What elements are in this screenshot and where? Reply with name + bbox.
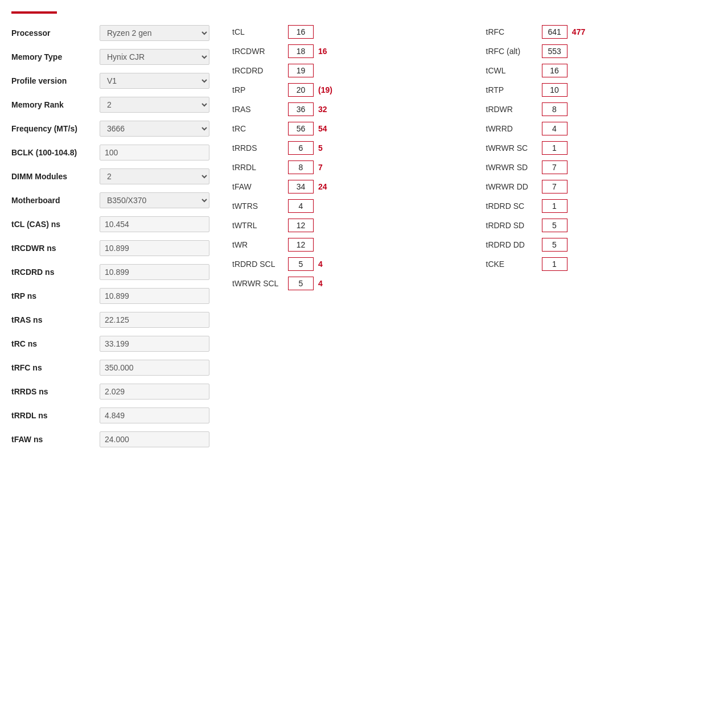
field-row-12: tRAS ns [11,312,209,328]
field-row-11: tRP ns [11,288,209,304]
top-bar [11,11,57,14]
timing-box-right-4[interactable]: 8 [542,102,567,116]
field-input-9[interactable] [100,240,209,256]
timing-box-left-7[interactable]: 8 [288,160,314,174]
timing-row-left-13: tWRWR SCL54 [232,277,463,290]
timing-row-right-7: tWRWR SD7 [486,160,717,174]
timing-row-left-11: tWR12 [232,238,463,252]
timing-alt-left-8: 24 [318,182,327,191]
timing-box-left-10[interactable]: 12 [288,219,314,232]
timing-alt-left-7: 7 [318,163,323,172]
timing-label-left-12: tRDRD SCL [232,260,283,269]
field-row-1: Memory TypeHynix CJR [11,49,209,65]
field-select-1[interactable]: Hynix CJR [100,49,209,65]
field-input-12[interactable] [100,312,209,328]
timing-box-right-1[interactable]: 553 [542,44,567,58]
timing-row-right-6: tWRWR SC1 [486,141,717,155]
field-select-0[interactable]: Ryzen 2 gen [100,25,209,41]
field-input-8[interactable] [100,216,209,232]
timing-label-right-1: tRFC (alt) [486,47,537,56]
field-row-8: tCL (CAS) ns [11,216,209,232]
timing-box-right-5[interactable]: 4 [542,122,567,135]
field-label-16: tRRDL ns [11,411,100,420]
left-panel: ProcessorRyzen 2 genMemory TypeHynix CJR… [11,25,209,455]
timing-box-left-8[interactable]: 34 [288,180,314,194]
timing-box-left-4[interactable]: 36 [288,102,314,116]
timing-box-left-9[interactable]: 4 [288,199,314,213]
timing-box-left-12[interactable]: 5 [288,257,314,271]
timing-label-right-5: tWRRD [486,124,537,133]
timing-box-right-8[interactable]: 7 [542,180,567,194]
field-label-4: Frequency (MT/s) [11,124,100,133]
timing-alt-left-4: 32 [318,105,327,114]
timing-alt-left-6: 5 [318,143,323,153]
timing-label-right-9: tRDRD SC [486,201,537,211]
field-label-9: tRCDWR ns [11,244,100,253]
field-row-13: tRC ns [11,336,209,352]
field-label-6: DIMM Modules [11,172,100,181]
timing-box-right-10[interactable]: 5 [542,219,567,232]
main-layout: ProcessorRyzen 2 genMemory TypeHynix CJR… [11,25,717,455]
field-input-14[interactable] [100,360,209,376]
field-input-16[interactable] [100,407,209,423]
timing-box-right-0[interactable]: 641 [542,25,567,39]
timing-row-right-4: tRDWR8 [486,102,717,116]
timing-box-left-6[interactable]: 6 [288,141,314,155]
timing-alt-left-13: 4 [318,279,323,288]
timing-label-left-4: tRAS [232,105,283,114]
field-row-9: tRCDWR ns [11,240,209,256]
timing-row-left-9: tWTRS4 [232,199,463,213]
timing-box-left-11[interactable]: 12 [288,238,314,252]
timing-left-col: tCL16tRCDWR1816tRCDRD19tRP20(19)tRAS3632… [232,25,463,296]
timing-label-right-10: tRDRD SD [486,221,537,230]
timing-right-col: tRFC641477tRFC (alt)553tCWL16tRTP10tRDWR… [486,25,717,296]
field-row-0: ProcessorRyzen 2 gen [11,25,209,41]
timing-box-left-2[interactable]: 19 [288,64,314,77]
field-row-3: Memory Rank2 [11,97,209,113]
field-input-10[interactable] [100,264,209,280]
timing-row-right-10: tRDRD SD5 [486,219,717,232]
timing-box-left-13[interactable]: 5 [288,277,314,290]
timing-box-left-5[interactable]: 56 [288,122,314,135]
right-panel: tCL16tRCDWR1816tRCDRD19tRP20(19)tRAS3632… [232,25,717,455]
field-label-8: tCL (CAS) ns [11,220,100,229]
timing-box-right-12[interactable]: 1 [542,257,567,271]
timing-label-left-5: tRC [232,124,283,133]
timing-box-right-6[interactable]: 1 [542,141,567,155]
timing-row-left-8: tFAW3424 [232,180,463,194]
field-select-7[interactable]: B350/X370 [100,192,209,208]
timing-box-left-1[interactable]: 18 [288,44,314,58]
field-input-13[interactable] [100,336,209,352]
field-select-4[interactable]: 3666 [100,121,209,137]
timing-box-right-11[interactable]: 5 [542,238,567,252]
timing-row-right-9: tRDRD SC1 [486,199,717,213]
field-input-11[interactable] [100,288,209,304]
timing-label-right-11: tRDRD DD [486,240,537,249]
timing-box-right-3[interactable]: 10 [542,83,567,97]
timing-alt-left-5: 54 [318,124,327,133]
field-label-17: tFAW ns [11,435,100,444]
timing-box-left-0[interactable]: 16 [288,25,314,39]
timing-row-left-5: tRC5654 [232,122,463,135]
field-input-5[interactable] [100,145,209,160]
field-row-5: BCLK (100-104.8) [11,145,209,160]
timing-box-right-2[interactable]: 16 [542,64,567,77]
timing-row-left-7: tRRDL87 [232,160,463,174]
field-row-14: tRFC ns [11,360,209,376]
field-label-2: Profile version [11,76,100,85]
field-select-3[interactable]: 2 [100,97,209,113]
field-row-15: tRRDS ns [11,384,209,400]
timing-label-left-2: tRCDRD [232,66,283,75]
field-row-7: MotherboardB350/X370 [11,192,209,208]
field-select-6[interactable]: 2 [100,168,209,184]
timing-label-left-8: tFAW [232,182,283,191]
field-label-7: Motherboard [11,196,100,205]
field-input-15[interactable] [100,384,209,400]
field-input-17[interactable] [100,431,209,447]
field-label-10: tRCDRD ns [11,267,100,277]
timing-box-right-9[interactable]: 1 [542,199,567,213]
timing-box-right-7[interactable]: 7 [542,160,567,174]
field-select-2[interactable]: V1 [100,73,209,89]
timing-box-left-3[interactable]: 20 [288,83,314,97]
timing-label-right-4: tRDWR [486,105,537,114]
